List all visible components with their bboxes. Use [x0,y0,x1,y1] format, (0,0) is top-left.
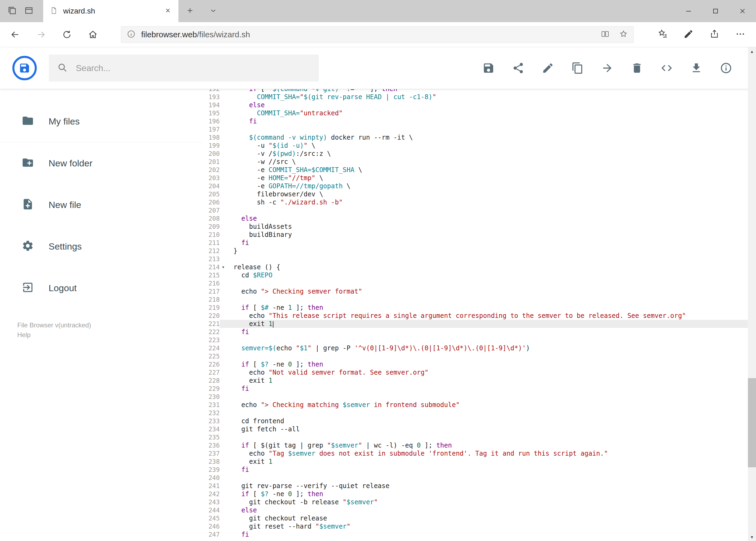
new-tab-button[interactable] [178,0,202,22]
code-line[interactable]: 197 [202,125,756,134]
close-window-button[interactable] [729,0,756,22]
code-line[interactable]: 210 buildBinary [202,231,756,239]
share-button[interactable] [701,22,727,47]
edit-button[interactable] [542,62,554,74]
code-line[interactable]: 232 [202,409,756,417]
scroll-up-arrow[interactable]: ▲ [748,47,756,55]
help-link[interactable]: Help [17,330,91,340]
site-info-icon[interactable] [126,29,136,40]
code-line[interactable]: 244 else [202,506,756,514]
code-line[interactable]: 243 git checkout -b release "$semver" [202,498,756,506]
code-line[interactable]: 208 else [202,215,756,223]
code-line[interactable]: 230 [202,393,756,401]
address-bar[interactable]: filebrowser.web/files/wizard.sh [121,26,634,43]
code-line[interactable]: 213 [202,255,756,263]
code-line[interactable]: 235 [202,433,756,441]
refresh-button[interactable] [54,22,80,47]
code-line[interactable]: 247 fi [202,530,756,539]
code-line[interactable]: 245 git checkout release [202,514,756,522]
code-line[interactable]: 203 -e HOME="//tmp" \ [202,174,756,182]
minimize-button[interactable] [675,0,702,22]
browser-tab[interactable]: wizard.sh [43,0,178,22]
code-line[interactable]: 211 fi [202,239,756,247]
code-line[interactable]: 224 semver=$(echo "$1" | grep -P '^v(0|[… [202,344,756,352]
code-line[interactable]: 196 fi [202,117,756,125]
code-line[interactable]: 207 [202,206,756,215]
code-line[interactable]: 219 if [ $# -ne 1 ]; then [202,303,756,312]
code-line[interactable]: 225 [202,352,756,360]
code-line[interactable]: 233 cd frontend [202,417,756,425]
code-line[interactable]: 209 buildAssets [202,223,756,231]
code-line[interactable]: 200 -v /$(pwd):/src:z \ [202,150,756,158]
raw-code-button[interactable] [660,62,673,74]
code-line[interactable]: 246 git reset --hard "$semver" [202,522,756,530]
tab-previews-toggle[interactable] [202,0,225,22]
home-button[interactable] [80,22,106,47]
sidebar-item-new-folder[interactable]: New folder [0,142,202,184]
code-line[interactable]: 195 COMMIT_SHA="untracked" [202,109,756,117]
code-line[interactable]: 220 echo "This release script requires a… [202,312,756,320]
sidebar-item-new-file[interactable]: New file [0,184,202,226]
more-button[interactable] [727,22,753,47]
copy-button[interactable] [571,62,584,74]
favorite-star-icon[interactable] [619,29,628,40]
tab-close-button[interactable] [164,6,172,16]
code-line[interactable]: 242 if [ $? -ne 0 ]; then [202,490,756,498]
line-number: 227 [202,368,220,376]
back-button[interactable] [2,22,28,47]
search-input[interactable]: Search... [49,55,319,82]
sidebar-item-settings[interactable]: Settings [0,226,202,267]
save-button[interactable] [482,62,495,74]
code-line[interactable]: 206 sh -c "./wizard.sh -b" [202,198,756,206]
code-line[interactable]: 217 echo "> Checking semver format" [202,287,756,295]
sidebar-item-logout[interactable]: Logout [0,267,202,309]
code-line[interactable]: 236 if [ $(git tag | grep "$semver" | wc… [202,441,756,449]
code-line[interactable]: 215 cd $REPO [202,271,756,279]
hub-button[interactable] [650,22,675,47]
code-line[interactable]: 212} [202,247,756,255]
code-line[interactable]: 227 echo "Not valid semver format. See s… [202,368,756,376]
code-line[interactable]: 240 [202,474,756,482]
code-line[interactable]: 216 [202,279,756,287]
code-line[interactable]: 234 git fetch --all [202,425,756,433]
code-line[interactable]: 226 if [ $? -ne 0 ]; then [202,360,756,368]
code-line[interactable]: 223 [202,336,756,344]
code-line[interactable]: 198 $(command -v winpty) docker run --rm… [202,134,756,142]
code-line[interactable]: 204 -e GOPATH=//tmp/gopath \ [202,182,756,190]
code-line[interactable]: 214▾release () { [202,263,756,271]
code-line[interactable]: 194 else [202,101,756,109]
share-file-button[interactable] [512,62,524,74]
web-note-button[interactable] [675,22,701,47]
code-line[interactable]: 222 fi [202,328,756,336]
info-button[interactable] [720,62,732,74]
code-editor[interactable]: 192 if [ "$(command -v git)" != "" ]; th… [202,89,756,541]
code-line[interactable]: 205 filebrowser/dev \ [202,190,756,198]
page-scrollbar[interactable]: ▲ ▼ [748,47,756,541]
code-line[interactable]: 239 fi [202,466,756,474]
move-button[interactable] [601,62,614,74]
reading-view-icon[interactable] [601,29,610,40]
code-line[interactable]: 229 fi [202,385,756,393]
code-line[interactable]: 201 -w //src \ [202,158,756,166]
tab-stack-button[interactable] [4,0,21,22]
code-line[interactable]: 199 -u "$(id -u)" \ [202,142,756,150]
code-line[interactable]: 218 [202,295,756,303]
code-line[interactable]: 192 if [ "$(command -v git)" != "" ]; th… [202,89,756,93]
tab-preview-button[interactable] [21,0,37,22]
code-line[interactable]: 238 exit 1 [202,457,756,466]
sidebar-item-my-files[interactable]: My files [0,101,202,142]
maximize-button[interactable] [702,0,729,22]
scrollbar-thumb[interactable] [748,378,756,467]
download-button[interactable] [690,62,702,74]
code-line[interactable]: 202 -e COMMIT_SHA=$COMMIT_SHA \ [202,166,756,174]
code-line[interactable]: 237 echo "Tag $semver does not exist in … [202,449,756,457]
code-line[interactable]: 231 echo "> Checking matching $semver in… [202,401,756,409]
code-line[interactable]: 241 git rev-parse --verify --quiet relea… [202,482,756,490]
delete-button[interactable] [631,62,643,74]
code-line[interactable]: 221 exit 1 [202,320,756,328]
filebrowser-logo[interactable] [12,55,37,81]
code-line[interactable]: 228 exit 1 [202,376,756,385]
fold-marker[interactable]: ▾ [220,263,227,271]
code-line[interactable]: 193 COMMIT_SHA="$(git rev-parse HEAD | c… [202,93,756,101]
scroll-down-arrow[interactable]: ▼ [748,533,756,541]
